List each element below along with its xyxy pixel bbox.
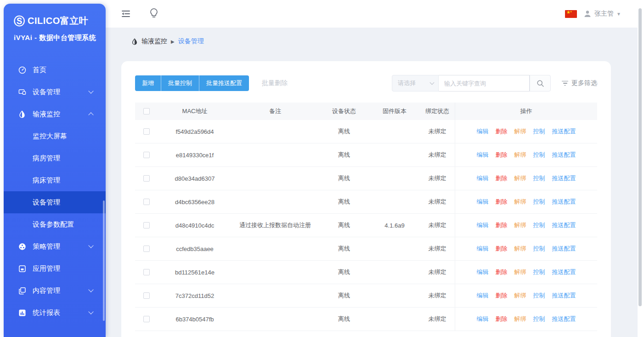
china-flag-icon[interactable]: ★★	[565, 10, 577, 18]
action-push-config-link[interactable]: 推送配置	[552, 127, 576, 136]
user-menu[interactable]: 张主管 ▼	[583, 10, 621, 18]
action-edit-link[interactable]: 编辑	[477, 291, 489, 300]
action-delete-link[interactable]: 删除	[496, 151, 508, 159]
action-edit-link[interactable]: 编辑	[477, 174, 489, 183]
row-checkbox[interactable]	[143, 246, 150, 252]
actions-cell: 编辑删除解绑控制推送配置	[455, 284, 597, 307]
bind-status-cell: 未绑定	[420, 127, 455, 136]
device-status-cell: 离线	[319, 291, 369, 300]
row-checkbox[interactable]	[143, 222, 150, 228]
action-unbind-link[interactable]: 解绑	[514, 151, 526, 159]
sidebar-item-label: 内容管理	[33, 286, 60, 295]
filter-select[interactable]: 请选择	[392, 75, 439, 91]
sidebar-item-statistics[interactable]: 统计报表	[4, 302, 106, 324]
action-delete-link[interactable]: 删除	[496, 221, 508, 229]
table-row: 7c372cd11d52 离线 未绑定 编辑删除解绑控制推送配置	[135, 284, 597, 308]
sidebar-item-app-mgmt[interactable]: 应用管理	[4, 257, 106, 280]
sidebar-subitem-monitor-screen[interactable]: 监控大屏幕	[4, 125, 106, 147]
sidebar-item-device-mgmt[interactable]: 设备管理	[4, 81, 106, 103]
action-delete-link[interactable]: 删除	[496, 315, 508, 323]
action-unbind-link[interactable]: 解绑	[514, 174, 526, 183]
row-checkbox[interactable]	[143, 316, 150, 322]
action-push-config-link[interactable]: 推送配置	[552, 221, 576, 229]
action-edit-link[interactable]: 编辑	[477, 151, 489, 159]
sidebar-scrollbar[interactable]	[103, 200, 105, 321]
action-push-config-link[interactable]: 推送配置	[552, 174, 576, 183]
action-edit-link[interactable]: 编辑	[477, 221, 489, 229]
row-checkbox[interactable]	[143, 199, 150, 205]
table-header: MAC地址 备注 设备状态 固件版本 绑定状态 操作	[135, 103, 597, 120]
action-push-config-link[interactable]: 推送配置	[552, 198, 576, 206]
action-edit-link[interactable]: 编辑	[477, 127, 489, 136]
action-delete-link[interactable]: 删除	[496, 174, 508, 183]
chevron-down-icon	[88, 88, 93, 93]
action-control-link[interactable]: 控制	[533, 151, 545, 159]
col-header-actions: 操作	[455, 103, 597, 120]
more-filters-button[interactable]: 更多筛选	[562, 79, 597, 87]
sidebar-item-strategy-mgmt[interactable]: 策略管理	[4, 235, 106, 257]
action-push-config-link[interactable]: 推送配置	[552, 151, 576, 159]
sidebar-subitem-bed-mgmt[interactable]: 病床管理	[4, 169, 106, 191]
batch-control-button[interactable]: 批量控制	[161, 75, 199, 91]
action-delete-link[interactable]: 删除	[496, 268, 508, 276]
batch-delete-button[interactable]: 批量删除	[262, 79, 288, 87]
action-push-config-link[interactable]: 推送配置	[552, 268, 576, 276]
sidebar-subitem-device-param-config[interactable]: 设备参数配置	[4, 213, 106, 235]
keyword-search-input[interactable]	[439, 75, 530, 91]
action-edit-link[interactable]: 编辑	[477, 268, 489, 276]
row-checkbox[interactable]	[143, 269, 150, 275]
device-table: MAC地址 备注 设备状态 固件版本 绑定状态 操作 f549d2a596d4 …	[135, 103, 597, 331]
action-unbind-link[interactable]: 解绑	[514, 127, 526, 136]
menu-fold-icon[interactable]	[121, 9, 131, 19]
sidebar-item-home[interactable]: 首页	[4, 59, 106, 81]
sidebar-item-content-mgmt[interactable]: 内容管理	[4, 280, 106, 302]
row-checkbox[interactable]	[143, 175, 150, 182]
action-unbind-link[interactable]: 解绑	[514, 291, 526, 300]
action-delete-link[interactable]: 删除	[496, 127, 508, 136]
breadcrumb-current[interactable]: 设备管理	[178, 37, 204, 46]
action-unbind-link[interactable]: 解绑	[514, 198, 526, 206]
action-push-config-link[interactable]: 推送配置	[552, 291, 576, 300]
mac-address-cell: e8149330ce1f	[158, 152, 232, 159]
add-button[interactable]: 新增	[135, 75, 161, 91]
action-control-link[interactable]: 控制	[533, 315, 545, 323]
page-scrollbar[interactable]	[638, 8, 642, 306]
action-unbind-link[interactable]: 解绑	[514, 315, 526, 323]
search-button[interactable]	[530, 75, 551, 91]
row-checkbox[interactable]	[143, 292, 150, 299]
table-row: d48c4910c4dc 通过接收上报数据自动注册 离线 4.1.6a9 未绑定…	[135, 214, 597, 237]
action-edit-link[interactable]: 编辑	[477, 315, 489, 323]
action-control-link[interactable]: 控制	[533, 268, 545, 276]
action-edit-link[interactable]: 编辑	[477, 198, 489, 206]
sidebar-item-infusion-monitor[interactable]: 输液监控	[4, 103, 106, 125]
batch-push-config-button[interactable]: 批量推送配置	[199, 75, 249, 91]
action-delete-link[interactable]: 删除	[496, 198, 508, 206]
copy-pages-icon	[18, 287, 26, 295]
sidebar-item-label: 输液监控	[33, 110, 60, 119]
action-edit-link[interactable]: 编辑	[477, 245, 489, 253]
row-checkbox[interactable]	[143, 152, 150, 158]
sidebar-item-label: 首页	[33, 66, 46, 74]
sidebar-subitem-device-mgmt-active[interactable]: 设备管理	[4, 191, 106, 213]
action-unbind-link[interactable]: 解绑	[514, 221, 526, 229]
action-delete-link[interactable]: 删除	[496, 291, 508, 300]
row-checkbox[interactable]	[143, 128, 150, 135]
lightbulb-icon[interactable]	[149, 8, 158, 20]
action-control-link[interactable]: 控制	[533, 127, 545, 136]
action-unbind-link[interactable]: 解绑	[514, 245, 526, 253]
col-header-status: 设备状态	[319, 107, 369, 115]
select-all-checkbox[interactable]	[143, 108, 150, 114]
mac-address-cell: 7c372cd11d52	[158, 292, 232, 299]
action-control-link[interactable]: 控制	[533, 198, 545, 206]
table-row: f549d2a596d4 离线 未绑定 编辑删除解绑控制推送配置	[135, 120, 597, 143]
action-control-link[interactable]: 控制	[533, 221, 545, 229]
strategy-dots-icon	[18, 243, 26, 251]
action-unbind-link[interactable]: 解绑	[514, 268, 526, 276]
action-delete-link[interactable]: 删除	[496, 245, 508, 253]
action-control-link[interactable]: 控制	[533, 291, 545, 300]
sidebar-subitem-ward-mgmt[interactable]: 病房管理	[4, 147, 106, 169]
action-push-config-link[interactable]: 推送配置	[552, 245, 576, 253]
action-push-config-link[interactable]: 推送配置	[552, 315, 576, 323]
action-control-link[interactable]: 控制	[533, 174, 545, 183]
action-control-link[interactable]: 控制	[533, 245, 545, 253]
